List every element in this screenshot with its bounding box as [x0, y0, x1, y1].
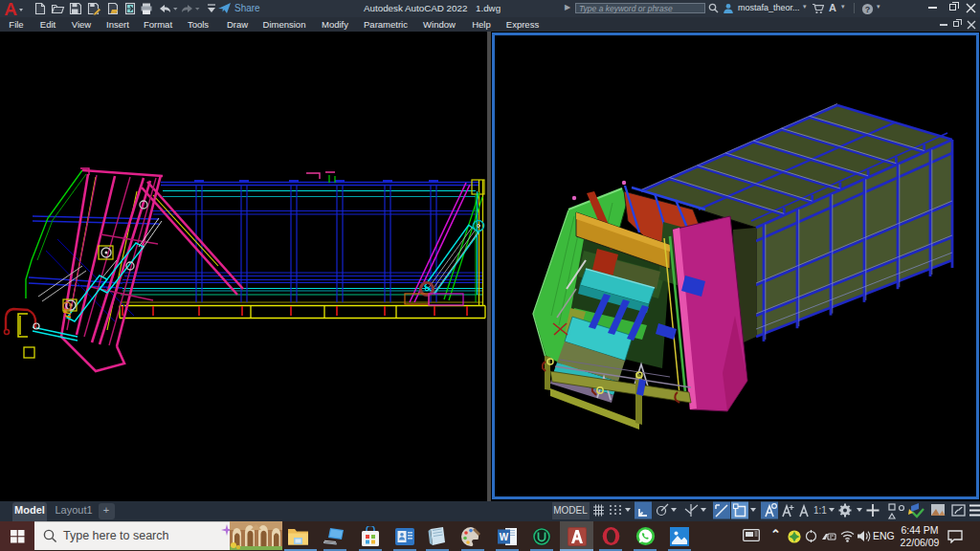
svg-text:W: W — [500, 532, 509, 542]
svg-text:?: ? — [865, 4, 871, 13]
svg-text:1:1: 1:1 — [813, 505, 827, 516]
